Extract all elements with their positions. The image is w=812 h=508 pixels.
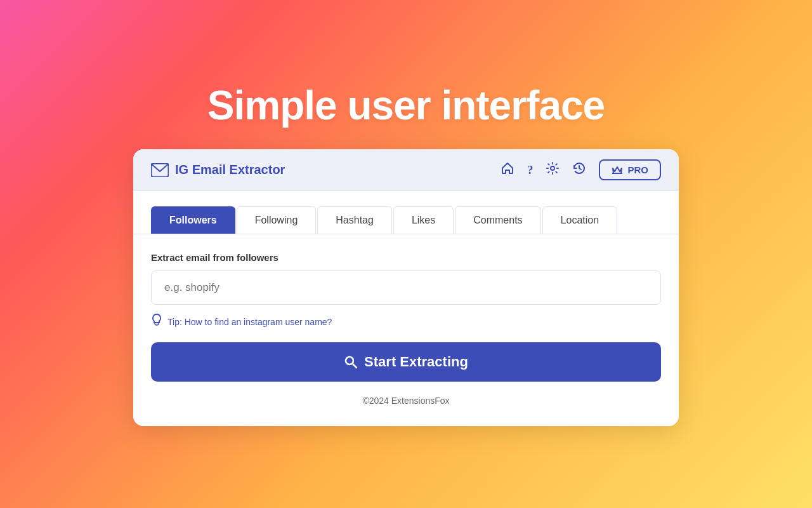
home-icon[interactable] [501, 161, 514, 178]
tab-followers[interactable]: Followers [151, 206, 235, 234]
tab-likes[interactable]: Likes [393, 206, 454, 234]
app-body: Extract email from followers Tip: How to… [133, 234, 679, 426]
settings-icon[interactable] [546, 161, 560, 178]
header-actions: ? PRO [501, 159, 661, 180]
pro-button[interactable]: PRO [599, 159, 661, 180]
svg-point-1 [551, 166, 554, 170]
tab-comments[interactable]: Comments [455, 206, 540, 234]
tip-bulb-icon [151, 314, 162, 330]
history-icon[interactable] [572, 161, 586, 178]
hero-title: Simple user interface [207, 82, 605, 129]
help-icon[interactable]: ? [527, 163, 534, 177]
app-header: IG Email Extractor ? [133, 149, 679, 191]
pro-label: PRO [627, 164, 648, 175]
email-icon [151, 163, 169, 177]
tab-following[interactable]: Following [237, 206, 317, 234]
extract-button[interactable]: Start Extracting [151, 342, 661, 382]
svg-line-4 [353, 364, 357, 368]
app-footer: ©2024 ExtensionsFox [151, 396, 661, 411]
username-input[interactable] [151, 271, 661, 305]
tip-link[interactable]: Tip: How to find an instagram user name? [167, 317, 332, 327]
tip-row: Tip: How to find an instagram user name? [151, 314, 661, 330]
app-logo: IG Email Extractor [151, 163, 285, 177]
tab-location[interactable]: Location [542, 206, 618, 234]
extract-button-label: Start Extracting [364, 354, 468, 370]
logo-text: IG Email Extractor [175, 163, 285, 177]
app-card: IG Email Extractor ? [133, 149, 679, 426]
tabs-container: Followers Following Hashtag Likes Commen… [133, 191, 679, 234]
crown-icon [612, 165, 623, 175]
tab-hashtag[interactable]: Hashtag [317, 206, 392, 234]
search-button-icon [344, 355, 358, 369]
section-label: Extract email from followers [151, 252, 661, 263]
